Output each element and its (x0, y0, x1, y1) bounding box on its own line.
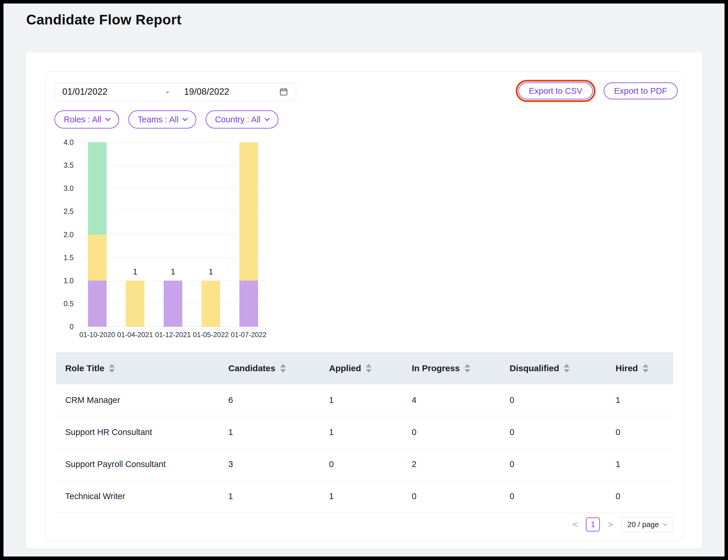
y-tick-label: 4.0 (64, 138, 74, 147)
y-axis: 4.03.53.02.52.01.51.00.50 (55, 142, 78, 327)
y-tick-label: 2.5 (64, 207, 74, 216)
value-cell: 3 (219, 459, 320, 469)
column-header-hired[interactable]: Hired (606, 363, 673, 373)
sort-asc-icon (464, 364, 470, 367)
export-actions: Export to CSV Export to PDF (516, 80, 678, 102)
app-window: Candidate Flow Report 01/01/2022 - 19/08… (0, 0, 728, 560)
sort-asc-icon (280, 364, 286, 367)
report-panel: 01/01/2022 - 19/08/2022 Export to CSV Ex… (45, 71, 683, 541)
x-tick-label: 01-04-2021 (116, 331, 154, 339)
bar-group (230, 142, 268, 327)
y-tick-label: 0.5 (64, 299, 74, 308)
stacked-bar (164, 281, 182, 327)
bar-segment-purple (239, 281, 258, 327)
next-page-button[interactable]: > (607, 520, 614, 529)
click-highlight-ring: Export to CSV (516, 80, 595, 102)
filter-teams-dropdown[interactable]: Teams : All (128, 110, 196, 128)
value-cell: 0 (606, 492, 673, 501)
filter-roles-dropdown[interactable]: Roles : All (54, 110, 119, 128)
value-cell: 1 (320, 427, 402, 437)
y-tick-label: 0 (70, 323, 74, 331)
sort-icon (109, 364, 115, 373)
page-size-value: 20 / page (627, 520, 659, 529)
sort-icon (280, 364, 286, 373)
value-cell: 0 (500, 395, 606, 405)
export-csv-button[interactable]: Export to CSV (518, 82, 593, 99)
column-header-label: Applied (329, 363, 361, 373)
bar-segment-green (88, 142, 107, 235)
y-tick-label: 2.0 (64, 230, 74, 239)
role-title-cell: Technical Writer (56, 492, 219, 501)
bar-group: 1 (192, 142, 230, 327)
sort-desc-icon (109, 369, 115, 373)
bar-segment-yellow (239, 142, 258, 281)
value-cell: 1 (606, 459, 673, 469)
sort-desc-icon (280, 369, 286, 373)
column-header-candidates[interactable]: Candidates (219, 363, 320, 373)
value-cell: 0 (500, 427, 606, 437)
bar-segment-purple (164, 281, 182, 327)
calendar-icon[interactable] (279, 87, 288, 96)
sort-desc-icon (464, 369, 470, 373)
table-row: Support HR Consultant11000 (56, 416, 673, 448)
value-cell: 2 (402, 459, 500, 469)
current-page-button[interactable]: 1 (586, 517, 600, 531)
sort-icon (643, 364, 648, 373)
sort-asc-icon (109, 364, 115, 367)
bar-group: 1 (154, 142, 192, 327)
bar-group (78, 142, 116, 327)
chevron-down-icon (265, 116, 270, 121)
sort-icon (564, 364, 570, 373)
sort-desc-icon (564, 369, 570, 373)
value-cell: 1 (606, 395, 673, 405)
export-pdf-button[interactable]: Export to PDF (604, 82, 678, 99)
table-row: Technical Writer11000 (56, 480, 673, 513)
column-header-in-progress[interactable]: In Progress (402, 363, 500, 373)
value-cell: 4 (402, 395, 500, 405)
column-header-label: Role Title (65, 363, 104, 373)
date-range-input[interactable]: 01/01/2022 - 19/08/2022 (54, 83, 296, 101)
x-tick-label: 01-10-2020 (78, 331, 116, 339)
sort-icon (366, 364, 371, 373)
filter-label: Roles : All (64, 115, 101, 124)
chevron-down-icon (663, 522, 667, 526)
filter-country-dropdown[interactable]: Country : All (206, 110, 278, 128)
candidate-flow-chart: 4.03.53.02.52.01.51.00.50 111 01-10-2020… (55, 139, 268, 339)
report-card: 01/01/2022 - 19/08/2022 Export to CSV Ex… (26, 52, 702, 549)
stacked-bar (202, 281, 220, 327)
column-header-label: Candidates (228, 363, 276, 373)
value-cell: 0 (320, 459, 402, 469)
value-cell: 1 (219, 427, 320, 437)
value-cell: 6 (219, 395, 320, 405)
bar-value-label: 1 (209, 267, 213, 277)
column-header-role-title[interactable]: Role Title (56, 363, 219, 373)
bar-segment-yellow (202, 281, 220, 327)
plot-area: 111 (78, 142, 268, 327)
value-cell: 1 (320, 395, 402, 405)
column-header-applied[interactable]: Applied (320, 363, 402, 373)
y-tick-label: 1.0 (64, 276, 74, 285)
role-title-cell: Support Payroll Consultant (56, 459, 219, 469)
y-tick-label: 3.5 (64, 161, 74, 170)
gridline (78, 327, 268, 327)
column-header-label: Hired (616, 363, 638, 373)
bar-group: 1 (116, 142, 154, 327)
prev-page-button[interactable]: < (572, 520, 579, 529)
x-tick-label: 01-05-2022 (192, 331, 230, 339)
date-end-value[interactable]: 19/08/2022 (184, 87, 279, 97)
table-body: CRM Manager61401Support HR Consultant110… (56, 384, 673, 513)
date-start-value[interactable]: 01/01/2022 (62, 87, 166, 97)
bar-value-label: 1 (171, 267, 175, 277)
sort-icon (464, 364, 470, 373)
value-cell: 0 (402, 427, 500, 437)
sort-asc-icon (564, 364, 570, 367)
column-header-disqualified[interactable]: Disqualified (500, 363, 606, 373)
page-size-select[interactable]: 20 / page (621, 517, 673, 532)
bar-value-label: 1 (133, 267, 137, 277)
column-header-label: Disqualified (510, 363, 559, 373)
stacked-bar (239, 142, 258, 327)
x-tick-label: 01-12-2021 (154, 331, 192, 339)
filter-label: Teams : All (138, 115, 179, 124)
value-cell: 1 (219, 492, 320, 501)
role-title-cell: Support HR Consultant (56, 427, 219, 437)
